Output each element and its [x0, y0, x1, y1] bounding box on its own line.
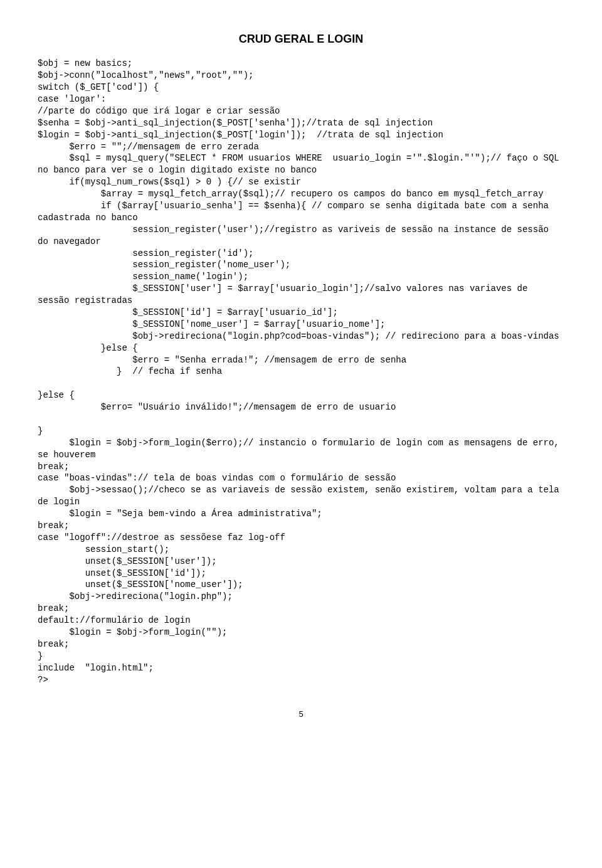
- page-title: CRUD GERAL E LOGIN: [38, 31, 564, 46]
- page-number: 5: [38, 709, 564, 720]
- code-block: $obj = new basics; $obj->conn("localhost…: [38, 58, 564, 685]
